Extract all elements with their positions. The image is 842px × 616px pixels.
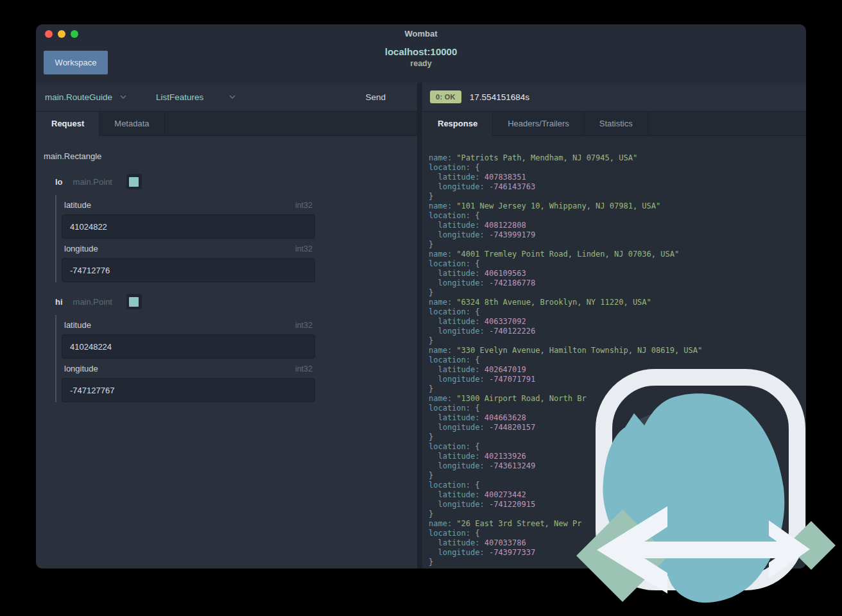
- request-form: main.Rectangle lo main.Point latitude in…: [36, 136, 417, 569]
- server-address-block: localhost:10000 ready: [36, 46, 806, 68]
- status-badge: 0: OK: [430, 90, 461, 103]
- titlebar: Wombat: [36, 24, 806, 42]
- field-type: int32: [295, 364, 313, 373]
- response-tabs: Response Headers/Trailers Statistics: [422, 112, 806, 136]
- main-split: main.RouteGuide ListFeatures Send Reques…: [36, 83, 806, 569]
- send-button[interactable]: Send: [361, 92, 390, 103]
- field-label: latitude: [64, 320, 91, 330]
- wombat-tail: [674, 566, 726, 602]
- checkbox-fill: [129, 297, 139, 307]
- tab-statistics[interactable]: Statistics: [585, 112, 648, 135]
- request-panel: main.RouteGuide ListFeatures Send Reques…: [36, 83, 417, 569]
- lo-enabled-checkbox[interactable]: [126, 174, 142, 189]
- request-tabs: Request Metadata: [36, 112, 417, 136]
- field-label: longitude: [64, 364, 98, 373]
- group-name: lo: [55, 177, 63, 187]
- field-label: longitude: [64, 244, 98, 253]
- window-title: Wombat: [36, 29, 806, 38]
- hi-longitude-input[interactable]: [62, 378, 315, 402]
- panel-splitter[interactable]: [417, 83, 422, 569]
- chevron-down-icon: [120, 95, 126, 99]
- group-name: hi: [55, 297, 63, 307]
- server-address: localhost:10000: [36, 46, 806, 57]
- response-statusbar: 0: OK 17.554151684s: [422, 83, 806, 112]
- response-duration: 17.554151684s: [470, 92, 529, 102]
- tab-request[interactable]: Request: [36, 112, 99, 136]
- service-select-value: main.RouteGuide: [45, 92, 112, 102]
- message-type-label: main.Rectangle: [44, 151, 409, 161]
- request-toolbar: main.RouteGuide ListFeatures Send: [36, 83, 417, 112]
- lo-longitude-input[interactable]: [62, 258, 315, 282]
- tab-metadata[interactable]: Metadata: [99, 112, 164, 135]
- chevron-down-icon: [229, 95, 236, 99]
- checkbox-fill: [129, 177, 139, 187]
- group-type: main.Point: [73, 177, 112, 187]
- service-select[interactable]: main.RouteGuide: [45, 92, 126, 102]
- method-select-value: ListFeatures: [156, 92, 203, 102]
- app-header: Workspace localhost:10000 ready: [36, 42, 806, 83]
- lo-latitude-input[interactable]: [62, 214, 315, 239]
- response-panel: 0: OK 17.554151684s Response Headers/Tra…: [422, 83, 806, 569]
- field-type: int32: [295, 321, 313, 330]
- tab-headers-trailers[interactable]: Headers/Trailers: [493, 112, 585, 135]
- connection-status: ready: [36, 59, 806, 68]
- group-type: main.Point: [73, 297, 112, 307]
- field-type: int32: [295, 201, 313, 210]
- hi-latitude-input[interactable]: [62, 334, 315, 359]
- response-body: name: "Patriots Path, Mendham, NJ 07945,…: [422, 136, 806, 569]
- field-group-lo: lo main.Point latitude int32 longitude i…: [55, 174, 409, 282]
- field-group-hi: hi main.Point latitude int32 longitude i…: [55, 294, 409, 402]
- field-label: latitude: [64, 200, 91, 210]
- app-window: Wombat Workspace localhost:10000 ready m…: [36, 24, 806, 569]
- field-type: int32: [295, 244, 313, 253]
- method-select[interactable]: ListFeatures: [156, 92, 236, 102]
- hi-enabled-checkbox[interactable]: [126, 294, 142, 309]
- tab-response[interactable]: Response: [422, 112, 493, 136]
